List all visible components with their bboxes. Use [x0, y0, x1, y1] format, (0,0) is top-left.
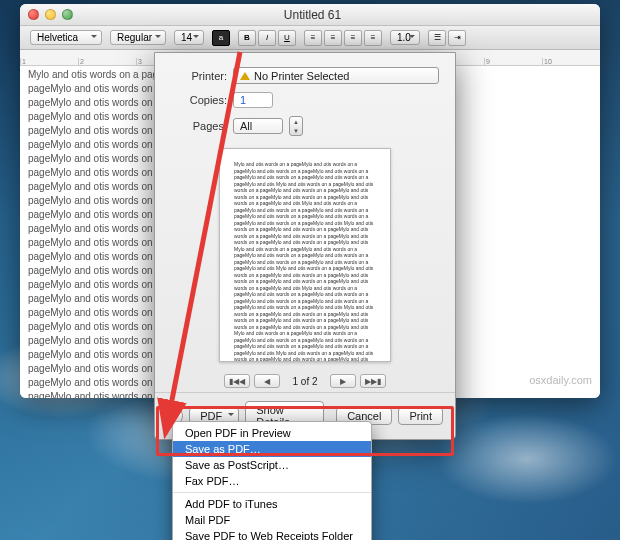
printer-label: Printer: — [171, 70, 227, 82]
copies-field[interactable]: 1 — [233, 92, 273, 108]
font-select[interactable]: Helvetica — [30, 30, 102, 45]
spacing-select[interactable]: 1.0 — [390, 30, 420, 45]
underline-button[interactable]: U — [278, 30, 296, 46]
watermark: osxdaily.com — [529, 374, 592, 386]
color-button[interactable]: a — [212, 30, 230, 46]
indent-button[interactable]: ⇥ — [448, 30, 466, 46]
menu-web-receipts[interactable]: Save PDF to Web Receipts Folder — [173, 528, 371, 540]
pages-select[interactable]: All — [233, 118, 283, 134]
menu-separator — [173, 492, 371, 493]
window-title: Untitled 61 — [33, 8, 592, 22]
annotation-highlight-box — [156, 406, 454, 456]
copies-label: Copies: — [171, 94, 227, 106]
print-preview: Mylo and otis words on a pageMylo and ot… — [219, 148, 391, 362]
page-indicator: 1 of 2 — [284, 376, 325, 387]
print-dialog: Printer: No Printer Selected Copies: 1 P… — [154, 52, 456, 440]
next-page-button[interactable]: ▶ — [330, 374, 356, 388]
italic-button[interactable]: I — [258, 30, 276, 46]
menu-add-itunes[interactable]: Add PDF to iTunes — [173, 496, 371, 512]
warning-icon — [240, 67, 250, 80]
list-button[interactable]: ☰ — [428, 30, 446, 46]
pages-label: Pages: — [171, 120, 227, 132]
pages-stepper[interactable]: ▲▼ — [289, 116, 303, 136]
align-center-icon[interactable]: ≡ — [324, 30, 342, 46]
format-toolbar: Helvetica Regular 14 a B I U ≡ ≡ ≡ ≡ 1.0… — [20, 26, 600, 50]
menu-mail-pdf[interactable]: Mail PDF — [173, 512, 371, 528]
menu-save-postscript[interactable]: Save as PostScript… — [173, 457, 371, 473]
align-justify-icon[interactable]: ≡ — [364, 30, 382, 46]
page-navigator: ▮◀◀ ◀ 1 of 2 ▶ ▶▶▮ — [155, 370, 455, 392]
titlebar: Untitled 61 — [20, 4, 600, 26]
size-select[interactable]: 14 — [174, 30, 204, 45]
first-page-button[interactable]: ▮◀◀ — [224, 374, 250, 388]
bold-button[interactable]: B — [238, 30, 256, 46]
style-select[interactable]: Regular — [110, 30, 166, 45]
last-page-button[interactable]: ▶▶▮ — [360, 374, 386, 388]
menu-fax-pdf[interactable]: Fax PDF… — [173, 473, 371, 489]
align-right-icon[interactable]: ≡ — [344, 30, 362, 46]
prev-page-button[interactable]: ◀ — [254, 374, 280, 388]
printer-select[interactable]: No Printer Selected — [233, 67, 439, 84]
align-left-icon[interactable]: ≡ — [304, 30, 322, 46]
